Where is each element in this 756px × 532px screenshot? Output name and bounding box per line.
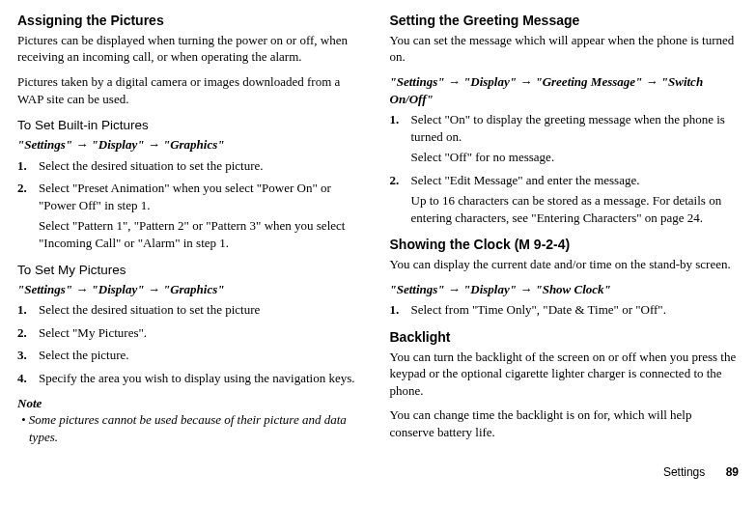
paragraph: You can change time the backlight is on … [390, 406, 740, 440]
note-heading: Note [17, 395, 367, 412]
step-list: 1.Select from "Time Only", "Date & Time"… [390, 301, 740, 319]
step-number: 3. [17, 347, 27, 364]
paragraph: You can turn the backlight of the screen… [390, 349, 740, 400]
footer-page-number: 89 [726, 465, 739, 479]
step-number: 1. [390, 111, 400, 128]
step-number: 1. [390, 301, 400, 319]
menu-path: "Settings" → "Display" → "Graphics" [17, 281, 367, 298]
left-column: Assigning the Pictures Pictures can be d… [17, 12, 367, 449]
heading-text: Showing the Clock [390, 237, 511, 252]
heading-backlight: Backlight [390, 328, 740, 347]
step-subtext: Select "Off" for no message. [411, 149, 740, 166]
page-footer: Settings 89 [17, 464, 739, 480]
step-number: 1. [17, 157, 27, 175]
step-number: 2. [17, 324, 27, 342]
menu-path: "Settings" → "Display" → "Graphics" [17, 136, 367, 154]
paragraph: You can set the message which will appea… [390, 32, 740, 66]
step-item: 3.Select the picture. [17, 347, 367, 364]
step-item: 4.Specify the area you wish to display u… [17, 370, 367, 387]
step-item: 2.Select "My Pictures". [17, 324, 367, 342]
subheading-my-pictures: To Set My Pictures [17, 262, 367, 279]
step-list: 1.Select the desired situation to set th… [17, 301, 367, 386]
step-list: 1.Select the desired situation to set th… [17, 157, 367, 252]
step-subtext: Up to 16 characters can be stored as a m… [411, 192, 740, 226]
step-number: 2. [17, 180, 27, 197]
step-item: 2.Select "Edit Message" and enter the me… [390, 172, 740, 227]
paragraph: Pictures can be displayed when turning t… [17, 32, 367, 66]
step-text: Select the picture. [39, 348, 129, 362]
heading-assigning-pictures: Assigning the Pictures [17, 12, 367, 30]
step-item: 1.Select the desired situation to set th… [17, 157, 367, 175]
step-text: Select "On" to display the greeting mess… [411, 112, 725, 144]
heading-greeting-message: Setting the Greeting Message [390, 12, 740, 30]
menu-code: (M 9-2-4) [515, 237, 571, 252]
page-columns: Assigning the Pictures Pictures can be d… [17, 12, 739, 449]
step-number: 1. [17, 301, 27, 319]
step-text: Select the desired situation to set the … [39, 302, 260, 317]
paragraph: Pictures taken by a digital camera or im… [17, 73, 367, 107]
step-text: Select "My Pictures". [39, 325, 147, 340]
step-text: Specify the area you wish to display usi… [39, 371, 354, 385]
right-column: Setting the Greeting Message You can set… [390, 12, 740, 449]
step-text: Select "Edit Message" and enter the mess… [411, 173, 640, 187]
menu-path: "Settings" → "Display" → "Show Clock" [390, 281, 740, 298]
step-item: 1.Select from "Time Only", "Date & Time"… [390, 301, 740, 319]
heading-showing-clock: Showing the Clock (M 9-2-4) [390, 236, 740, 254]
paragraph: You can display the current date and/or … [390, 256, 740, 273]
footer-section-label: Settings [663, 465, 705, 479]
step-item: 1.Select "On" to display the greeting me… [390, 111, 740, 166]
subheading-builtin-pictures: To Set Built-in Pictures [17, 117, 367, 134]
step-item: 1.Select the desired situation to set th… [17, 301, 367, 319]
step-list: 1.Select "On" to display the greeting me… [390, 111, 740, 226]
step-subtext: Select "Pattern 1", "Pattern 2" or "Patt… [39, 217, 367, 251]
step-text: Select "Preset Animation" when you selec… [39, 181, 331, 212]
note-body: • Some pictures cannot be used because o… [17, 411, 367, 445]
step-number: 2. [390, 172, 400, 189]
step-item: 2.Select "Preset Animation" when you sel… [17, 180, 367, 251]
menu-path: "Settings" → "Display" → "Greeting Messa… [390, 73, 740, 107]
step-number: 4. [17, 370, 27, 387]
step-text: Select the desired situation to set the … [39, 158, 264, 173]
step-text: Select from "Time Only", "Date & Time" o… [411, 302, 666, 317]
